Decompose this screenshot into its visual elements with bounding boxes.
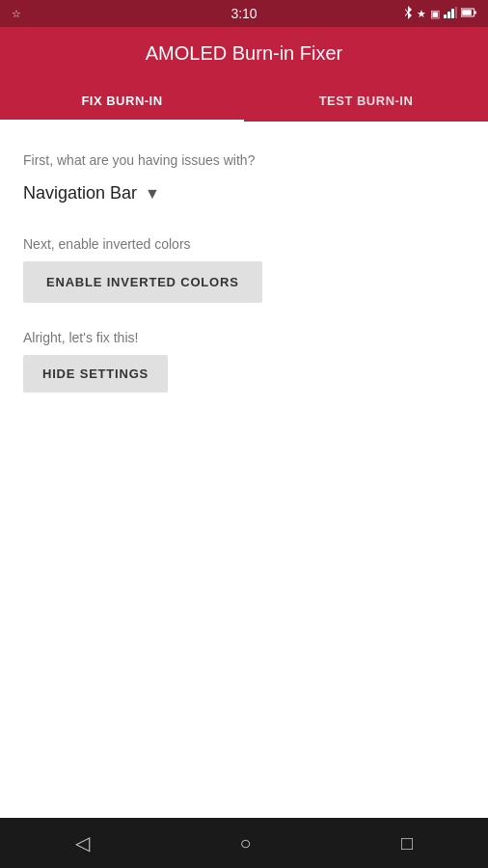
tab-fix-burn-in[interactable]: FIX BURN-IN: [0, 80, 244, 122]
main-content: First, what are you having issues with? …: [0, 122, 488, 450]
dropdown-section: First, what are you having issues with? …: [23, 152, 465, 209]
issue-dropdown[interactable]: Navigation Bar ▼: [23, 177, 465, 209]
svg-rect-1: [447, 12, 450, 18]
svg-rect-0: [444, 14, 447, 18]
svg-rect-3: [455, 7, 457, 18]
svg-rect-2: [451, 9, 454, 18]
app-title: AMOLED Burn-in Fixer: [0, 42, 488, 80]
tab-bar: FIX BURN-IN TEST BURN-IN: [0, 80, 488, 122]
app-header: AMOLED Burn-in Fixer FIX BURN-IN TEST BU…: [0, 27, 488, 122]
vibrate-icon: ▣: [430, 8, 440, 20]
dropdown-value: Navigation Bar: [23, 183, 137, 203]
tab-test-burn-in[interactable]: TEST BURN-IN: [244, 80, 488, 122]
bottom-nav: ◁ ○ □: [0, 818, 488, 868]
status-time: 3:10: [230, 6, 257, 21]
recents-button[interactable]: □: [378, 825, 436, 862]
status-bar: ☆ 3:10 ★ ▣: [0, 0, 488, 27]
fix-label: Alright, let's fix this!: [23, 330, 465, 345]
status-bar-right: ★ ▣: [403, 6, 476, 21]
enable-inverted-colors-button[interactable]: ENABLE INVERTED COLORS: [23, 261, 262, 303]
hide-settings-button[interactable]: HIDE SETTINGS: [23, 355, 168, 393]
svg-rect-5: [462, 10, 472, 15]
bluetooth-icon: [403, 6, 413, 21]
star-icon: ★: [417, 8, 426, 20]
inverted-colors-label: Next, enable inverted colors: [23, 236, 465, 252]
status-bar-left: ☆: [12, 8, 21, 20]
home-button[interactable]: ○: [216, 825, 274, 862]
svg-rect-6: [474, 11, 476, 14]
back-button[interactable]: ◁: [52, 824, 113, 862]
signal-icon: [444, 7, 457, 20]
chevron-down-icon: ▼: [145, 185, 160, 203]
notification-icon: ☆: [12, 8, 21, 20]
fix-section: Alright, let's fix this! HIDE SETTINGS: [23, 330, 465, 393]
dropdown-label: First, what are you having issues with?: [23, 152, 465, 168]
battery-icon: [461, 8, 476, 19]
inverted-colors-section: Next, enable inverted colors ENABLE INVE…: [23, 236, 465, 303]
